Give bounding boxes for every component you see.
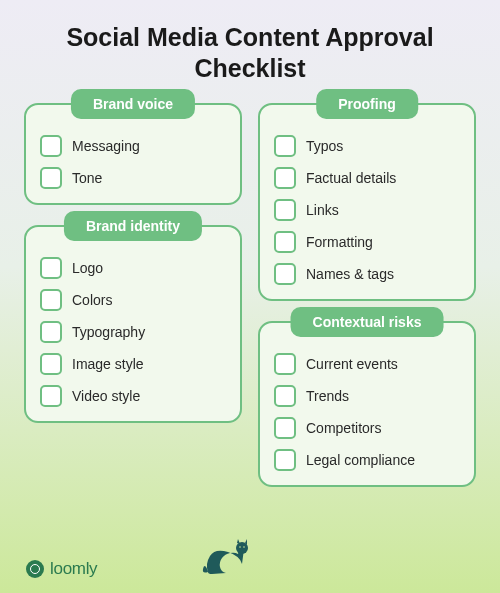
- checkbox[interactable]: [40, 257, 62, 279]
- item-label: Image style: [72, 356, 144, 372]
- item-label: Names & tags: [306, 266, 394, 282]
- right-column: Proofing Typos Factual details Links For…: [258, 103, 476, 487]
- list-item: Colors: [40, 289, 226, 311]
- page-title: Social Media Content Approval Checklist: [0, 0, 500, 95]
- section-header: Contextual risks: [291, 307, 444, 337]
- section-header: Brand voice: [71, 89, 195, 119]
- checklist: Logo Colors Typography Image style Video…: [40, 257, 226, 407]
- checkbox[interactable]: [40, 385, 62, 407]
- item-label: Current events: [306, 356, 398, 372]
- checkbox[interactable]: [274, 263, 296, 285]
- list-item: Image style: [40, 353, 226, 375]
- list-item: Current events: [274, 353, 460, 375]
- item-label: Competitors: [306, 420, 381, 436]
- list-item: Links: [274, 199, 460, 221]
- list-item: Names & tags: [274, 263, 460, 285]
- item-label: Factual details: [306, 170, 396, 186]
- list-item: Trends: [274, 385, 460, 407]
- item-label: Typography: [72, 324, 145, 340]
- left-column: Brand voice Messaging Tone Brand identit…: [24, 103, 242, 487]
- item-label: Colors: [72, 292, 112, 308]
- logo-icon: [26, 560, 44, 578]
- brand-name: loomly: [50, 559, 97, 579]
- item-label: Tone: [72, 170, 102, 186]
- checklist-columns: Brand voice Messaging Tone Brand identit…: [0, 95, 500, 487]
- list-item: Logo: [40, 257, 226, 279]
- checkbox[interactable]: [274, 417, 296, 439]
- item-label: Formatting: [306, 234, 373, 250]
- item-label: Trends: [306, 388, 349, 404]
- checkbox[interactable]: [40, 289, 62, 311]
- list-item: Legal compliance: [274, 449, 460, 471]
- section-header: Brand identity: [64, 211, 202, 241]
- checklist: Typos Factual details Links Formatting N…: [274, 135, 460, 285]
- svg-point-2: [243, 546, 245, 548]
- item-label: Typos: [306, 138, 343, 154]
- list-item: Competitors: [274, 417, 460, 439]
- cat-illustration: [200, 534, 255, 583]
- item-label: Messaging: [72, 138, 140, 154]
- checkbox[interactable]: [274, 449, 296, 471]
- list-item: Video style: [40, 385, 226, 407]
- list-item: Tone: [40, 167, 226, 189]
- checkbox[interactable]: [274, 385, 296, 407]
- section-header: Proofing: [316, 89, 418, 119]
- proofing-section: Proofing Typos Factual details Links For…: [258, 103, 476, 301]
- brand-identity-section: Brand identity Logo Colors Typography Im…: [24, 225, 242, 423]
- checkbox[interactable]: [40, 321, 62, 343]
- checkbox[interactable]: [274, 353, 296, 375]
- contextual-risks-section: Contextual risks Current events Trends C…: [258, 321, 476, 487]
- item-label: Links: [306, 202, 339, 218]
- list-item: Factual details: [274, 167, 460, 189]
- checklist: Messaging Tone: [40, 135, 226, 189]
- list-item: Typography: [40, 321, 226, 343]
- list-item: Typos: [274, 135, 460, 157]
- checkbox[interactable]: [274, 199, 296, 221]
- checklist: Current events Trends Competitors Legal …: [274, 353, 460, 471]
- checkbox[interactable]: [274, 135, 296, 157]
- brand-footer: loomly: [26, 559, 97, 579]
- svg-point-1: [239, 546, 241, 548]
- list-item: Formatting: [274, 231, 460, 253]
- item-label: Video style: [72, 388, 140, 404]
- item-label: Logo: [72, 260, 103, 276]
- item-label: Legal compliance: [306, 452, 415, 468]
- checkbox[interactable]: [274, 167, 296, 189]
- checkbox[interactable]: [40, 135, 62, 157]
- checkbox[interactable]: [274, 231, 296, 253]
- brand-voice-section: Brand voice Messaging Tone: [24, 103, 242, 205]
- checkbox[interactable]: [40, 167, 62, 189]
- list-item: Messaging: [40, 135, 226, 157]
- checkbox[interactable]: [40, 353, 62, 375]
